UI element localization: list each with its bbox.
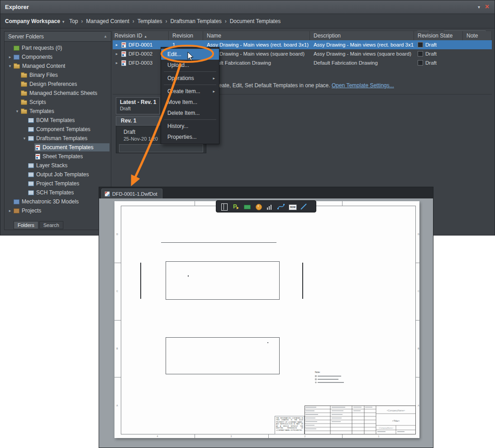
column-header-revision-id[interactable]: Revision ID▲ bbox=[113, 31, 169, 40]
row-expander-icon[interactable]: ▸ bbox=[114, 52, 119, 56]
row-expander-icon[interactable]: ▸ bbox=[114, 61, 119, 65]
workspace-dropdown[interactable]: Company Workspace▾ bbox=[5, 14, 64, 28]
breadcrumb-item[interactable]: Draftsman Templates bbox=[170, 18, 221, 24]
column-header-description[interactable]: Description bbox=[310, 31, 414, 40]
zone-label: 1 bbox=[376, 435, 381, 438]
table-header: Revision ID▲ Revision Name Description R… bbox=[113, 31, 492, 40]
sidebar-item-design-preferences[interactable]: Design Preferences bbox=[5, 80, 110, 89]
sidebar-tabs: Folders Search bbox=[14, 221, 63, 229]
sidebar-item-draftsman-templates[interactable]: ▾Draftsman Templates bbox=[5, 134, 110, 143]
zone-tick bbox=[195, 201, 195, 206]
close-icon[interactable]: × bbox=[485, 3, 489, 11]
sidebar-item-scripts[interactable]: Scripts bbox=[5, 98, 110, 107]
cell-description: Default Fabrication Drawing bbox=[310, 58, 414, 67]
sidebar-item-managed-schematic-sheets[interactable]: Managed Schematic Sheets bbox=[5, 89, 110, 98]
menu-item-properties[interactable]: Properties... bbox=[161, 132, 219, 142]
sidebar-item-output-job-templates[interactable]: Output Job Templates bbox=[5, 170, 110, 179]
page-regions-icon[interactable] bbox=[220, 203, 228, 211]
column-header-note[interactable]: Note bbox=[463, 31, 492, 40]
collapse-icon[interactable]: ▲ bbox=[104, 32, 107, 42]
line-icon[interactable] bbox=[300, 203, 308, 211]
sidebar-item-sch-templates[interactable]: SCH Templates bbox=[5, 188, 110, 197]
latest-revision-tab[interactable]: Latest - Rev. 1 Draft bbox=[116, 97, 160, 114]
menu-item-create-item[interactable]: Create Item...▸ bbox=[161, 86, 219, 97]
expander-icon[interactable]: ▾ bbox=[7, 64, 13, 68]
zone-tick bbox=[416, 320, 419, 321]
chart-icon[interactable] bbox=[266, 203, 274, 211]
column-header-name[interactable]: Name bbox=[203, 31, 310, 40]
spline-icon[interactable] bbox=[277, 203, 285, 211]
breadcrumb-item[interactable]: Top bbox=[69, 18, 78, 24]
sidebar-item-components[interactable]: ▸Components bbox=[5, 52, 110, 61]
sidebar-item-mechatronic-3d-models[interactable]: Mechatronic 3D Models bbox=[5, 197, 110, 206]
sidebar-item-part-requests[interactable]: Part requests (0) bbox=[5, 43, 110, 52]
menu-separator bbox=[164, 85, 216, 85]
note-marker-square bbox=[315, 378, 316, 380]
sidebar-item-sheet-templates[interactable]: Sheet Templates bbox=[5, 152, 110, 161]
revision-state-checkbox[interactable] bbox=[418, 60, 423, 66]
explorer-toolbar: Company Workspace▾ Top›Managed Content›T… bbox=[0, 14, 495, 28]
bom-icon[interactable] bbox=[288, 203, 296, 211]
menu-item-operations[interactable]: Operations▸ bbox=[161, 73, 219, 84]
note-marker-circle bbox=[315, 382, 316, 383]
breadcrumb-item[interactable]: Managed Content bbox=[86, 18, 129, 24]
column-header-revision[interactable]: Revision bbox=[169, 31, 203, 40]
template-icon bbox=[28, 127, 34, 132]
board-view-icon[interactable] bbox=[243, 203, 251, 211]
breadcrumb-separator-icon: › bbox=[162, 18, 170, 24]
sidebar-item-managed-content[interactable]: ▾Managed Content bbox=[5, 61, 110, 71]
open-template-settings-link[interactable]: Open Template Settings... bbox=[332, 82, 394, 89]
menu-item-history[interactable]: History... bbox=[161, 121, 219, 132]
menu-item-delete-item[interactable]: Delete Item... bbox=[161, 108, 219, 118]
zone-label: C bbox=[416, 290, 421, 292]
tab-folders[interactable]: Folders bbox=[14, 221, 38, 229]
expander-icon[interactable]: ▾ bbox=[14, 109, 20, 113]
document-tab[interactable]: DFD-0001-1.DwfDot bbox=[101, 189, 162, 198]
origin-marker bbox=[188, 275, 189, 277]
zone-label: A bbox=[416, 404, 421, 407]
zone-label: B bbox=[416, 347, 421, 350]
sidebar-item-templates[interactable]: ▾Templates bbox=[5, 107, 110, 116]
breadcrumb-separator-icon: › bbox=[222, 18, 230, 24]
screen: Explorer ▾ × Company Workspace▾ Top›Mana… bbox=[0, 0, 495, 448]
revision-state-checkbox[interactable] bbox=[418, 51, 423, 57]
revision-collapsed-strip[interactable] bbox=[119, 144, 203, 152]
sidebar-item-bom-templates[interactable]: BOM Templates bbox=[5, 116, 110, 125]
template-icon bbox=[28, 163, 34, 168]
cell-note bbox=[463, 40, 492, 49]
expander-icon[interactable]: ▸ bbox=[7, 55, 13, 59]
sidebar-item-project-templates[interactable]: Project Templates bbox=[5, 179, 110, 188]
sidebar-item-binary-files[interactable]: Binary Files bbox=[5, 71, 110, 80]
expander-icon[interactable]: ▾ bbox=[22, 136, 27, 141]
revision-detail-date: 25-Nov-20 1:20 bbox=[124, 136, 158, 141]
menu-item-edit[interactable]: Edit... bbox=[161, 49, 219, 60]
submenu-arrow-icon: ▸ bbox=[213, 86, 215, 97]
zone-tick bbox=[342, 434, 343, 438]
revision-1-header[interactable]: Rev. 1 bbox=[116, 116, 160, 126]
row-expander-icon[interactable]: ▸ bbox=[114, 42, 119, 47]
document-area: 4 3 2 1 D C B A D C B A bbox=[99, 198, 433, 448]
sidebar-item-projects[interactable]: ▸Projects bbox=[5, 206, 110, 215]
breadcrumb-item[interactable]: Templates bbox=[138, 18, 162, 24]
sidebar-item-document-templates[interactable]: Document Templates bbox=[5, 143, 110, 152]
clock-icon[interactable] bbox=[254, 203, 262, 211]
sidebar-item-layer-stacks[interactable]: Layer Stacks bbox=[5, 161, 110, 170]
zone-tick bbox=[114, 320, 121, 321]
place-objects-icon[interactable] bbox=[232, 203, 240, 211]
zone-tick bbox=[268, 434, 269, 438]
panel-menu-icon[interactable]: ▾ bbox=[478, 5, 480, 9]
templates-hint: Create, Edit, Set Default Templates in o… bbox=[213, 82, 394, 89]
revision-state-checkbox[interactable] bbox=[418, 42, 423, 47]
column-header-revision-state[interactable]: Revision State bbox=[414, 31, 463, 40]
panel-title: Explorer bbox=[5, 4, 29, 10]
breadcrumb-item[interactable]: Document Templates bbox=[230, 18, 281, 24]
part-requests-icon bbox=[14, 46, 19, 51]
menu-item-move-item[interactable]: Move Item... bbox=[161, 97, 219, 108]
workspace-label: Company Workspace bbox=[5, 18, 60, 24]
menu-item-upload[interactable]: Upload... bbox=[161, 60, 219, 71]
tab-search[interactable]: Search bbox=[39, 221, 63, 229]
expander-icon[interactable]: ▸ bbox=[7, 208, 13, 213]
3d-models-icon bbox=[14, 199, 19, 204]
folder-icon bbox=[21, 91, 27, 96]
sidebar-item-component-templates[interactable]: Component Templates bbox=[5, 125, 110, 134]
